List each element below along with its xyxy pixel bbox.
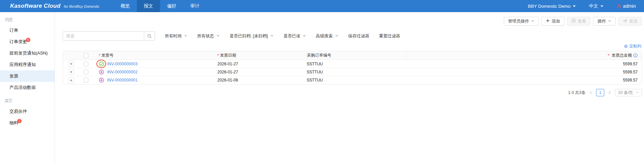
- search-input[interactable]: [63, 31, 144, 41]
- column-header-po-number[interactable]: 采购订单编号: [307, 51, 406, 60]
- invoice-link[interactable]: INV-0000000002: [107, 70, 137, 74]
- sidebar-item-orders[interactable]: 订单: [0, 25, 55, 36]
- user-name: admin: [623, 3, 636, 9]
- select-all-checkbox[interactable]: [84, 53, 88, 58]
- org-selector-label: BBY Domestic Demo: [528, 4, 571, 9]
- user-menu[interactable]: admin: [617, 3, 636, 9]
- chevron-right-icon: [608, 91, 611, 95]
- gear-icon: ⚙: [624, 44, 628, 48]
- sidebar-item-trading-partners[interactable]: 交易伙伴: [0, 106, 55, 117]
- brand-logo: Kasoftware Cloud: [10, 3, 60, 9]
- person-icon: [617, 4, 621, 8]
- top-nav-tabs: 概览 报文 偏好 审计: [114, 0, 207, 12]
- chevron-down-icon: [270, 34, 274, 38]
- caret-down-icon: [601, 5, 603, 7]
- view-button[interactable]: 查看: [567, 17, 590, 26]
- status-plus-circle-icon: [99, 69, 104, 75]
- topbar-right: BBY Domestic Demo 中文 admin: [528, 3, 644, 9]
- table-row: + INV-0000000001 2026-01-06 SSTTUU 5599.…: [63, 76, 642, 84]
- column-header-invoice-date[interactable]: * 发票日期: [217, 53, 307, 58]
- sidebar-item-invoices[interactable]: 发票: [0, 70, 55, 82]
- filter-time-dropdown[interactable]: 所有时间: [165, 33, 187, 39]
- sidebar-item-product-activity[interactable]: 产品活动数据: [0, 82, 55, 93]
- chevron-down-icon: [184, 34, 187, 38]
- language-selector[interactable]: 中文: [589, 3, 603, 9]
- chevron-down-icon: [335, 34, 338, 38]
- column-header-total-amount[interactable]: * 发票总金额: [561, 53, 642, 58]
- total-amount-cell: 5599.57: [561, 78, 642, 83]
- filter-archived-dropdown[interactable]: 是否已归档: [未归档]: [229, 33, 274, 39]
- top-navigation-bar: Kasoftware Cloud for BestBuy Domestic 概览…: [0, 0, 644, 12]
- row-checkbox[interactable]: [84, 62, 88, 66]
- row-select-cell: [79, 78, 93, 83]
- search-button[interactable]: [144, 31, 155, 41]
- row-checkbox[interactable]: [84, 78, 88, 83]
- pagination-range-text: 1-3 共3条: [568, 90, 585, 96]
- chevron-left-icon: [589, 91, 592, 95]
- required-marker: *: [99, 53, 100, 58]
- page-number-button[interactable]: 1: [596, 89, 604, 96]
- admin-actions-button[interactable]: 管理员操作: [504, 17, 539, 26]
- sidebar-section-messages: 消息: [0, 12, 55, 25]
- toolbar: 管理员操作 添加 查看 操作 发送: [55, 12, 644, 26]
- customize-columns-link[interactable]: ⚙ 定制列: [624, 43, 641, 49]
- invoice-date-cell: 2026-01-27: [217, 62, 307, 66]
- chevron-down-icon: [608, 19, 611, 24]
- po-number-cell: SSTTUU: [307, 62, 406, 66]
- actions-button[interactable]: 操作: [593, 17, 616, 26]
- expand-row-button[interactable]: +: [68, 61, 74, 67]
- document-search-icon: [572, 19, 576, 24]
- total-amount-cell: 5599.57: [561, 70, 642, 74]
- sidebar-item-app-notifications[interactable]: 应用程序通知: [0, 59, 55, 70]
- invoice-cell: INV-0000000003: [93, 61, 217, 67]
- invoice-table: * 发票号 * 发票日期 采购订单编号 * 发票总金额 +: [63, 51, 642, 85]
- tab-messages[interactable]: 报文: [137, 0, 160, 12]
- customize-columns-row: ⚙ 定制列: [55, 41, 644, 51]
- expand-row-button[interactable]: +: [68, 69, 74, 75]
- tab-preferences[interactable]: 偏好: [160, 0, 183, 12]
- invoice-date-cell: 2026-01-27: [217, 70, 307, 74]
- invoice-date-cell: 2026-01-06: [217, 78, 307, 83]
- expand-row-button[interactable]: +: [68, 77, 74, 83]
- sidebar-item-asn[interactable]: 提前发货通知(ASN): [0, 47, 55, 59]
- notification-badge: 5: [26, 38, 30, 42]
- next-page-button[interactable]: [608, 91, 611, 95]
- po-number-cell: SSTTUU: [307, 78, 406, 83]
- sidebar: 消息 订单 订单变更5 提前发货通知(ASN) 应用程序通知 发票 产品活动数据…: [0, 12, 55, 163]
- table-row: + INV-0000000003 2026-01-27 SSTTUU 5599.…: [63, 60, 642, 68]
- info-icon[interactable]: [633, 53, 638, 58]
- filter-status-dropdown[interactable]: 所有状态: [197, 33, 220, 39]
- invoice-link[interactable]: INV-0000000003: [107, 62, 137, 66]
- required-marker: *: [217, 53, 219, 58]
- invoice-link[interactable]: INV-0000000001: [107, 78, 137, 83]
- add-button[interactable]: 添加: [542, 17, 564, 26]
- brand: Kasoftware Cloud for BestBuy Domestic: [0, 3, 99, 9]
- main-content: 管理员操作 添加 查看 操作 发送 所有时间: [55, 12, 644, 163]
- tab-audit[interactable]: 审计: [183, 0, 207, 12]
- advanced-search-dropdown[interactable]: 高级搜索: [316, 33, 338, 39]
- row-select-cell: [79, 62, 93, 66]
- reset-filter-button[interactable]: 重置过滤器: [379, 33, 400, 39]
- save-filter-button[interactable]: 保存过滤器: [348, 33, 369, 39]
- brand-subtitle: for BestBuy Domestic: [64, 4, 99, 8]
- expand-cell: +: [63, 69, 79, 75]
- page-size-selector[interactable]: 10 条/页: [615, 89, 642, 96]
- pagination: 1-3 共3条 1 10 条/页: [55, 89, 642, 96]
- expand-cell: +: [63, 77, 79, 83]
- select-all-cell: [79, 53, 93, 58]
- org-selector[interactable]: BBY Domestic Demo: [528, 4, 576, 9]
- caret-down-icon: [573, 5, 576, 7]
- invoice-cell: INV-0000000001: [93, 77, 217, 83]
- table-header-row: * 发票号 * 发票日期 采购订单编号 * 发票总金额: [63, 51, 642, 60]
- sidebar-item-materials[interactable]: 物料1: [0, 117, 55, 129]
- tab-overview[interactable]: 概览: [114, 0, 137, 12]
- row-checkbox[interactable]: [84, 70, 88, 74]
- chevron-down-icon: [531, 19, 534, 24]
- prev-page-button[interactable]: [589, 91, 592, 95]
- sidebar-item-order-changes[interactable]: 订单变更5: [0, 36, 55, 47]
- notification-badge: 1: [17, 119, 22, 123]
- chevron-down-icon: [216, 34, 220, 38]
- column-header-invoice-no[interactable]: * 发票号: [93, 53, 217, 58]
- send-button[interactable]: 发送: [618, 17, 642, 26]
- filter-read-dropdown[interactable]: 是否已读: [283, 33, 306, 39]
